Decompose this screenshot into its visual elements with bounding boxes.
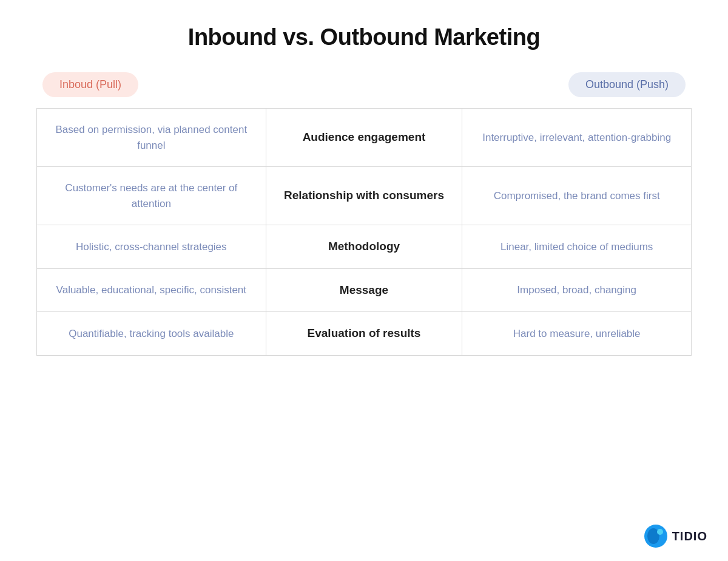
table-row: Valuable, educational, specific, consist… [37,268,692,312]
inbound-cell: Valuable, educational, specific, consist… [37,268,266,312]
inbound-cell: Holistic, cross-channel strategies [37,225,266,269]
center-cell: Methodology [266,225,462,269]
table-row: Holistic, cross-channel strategiesMethod… [37,225,692,269]
outbound-cell: Linear, limited choice of mediums [462,225,692,269]
center-cell: Message [266,268,462,312]
center-cell: Evaluation of results [266,312,462,356]
inbound-label: Inboud (Pull) [42,72,138,97]
outbound-cell: Hard to measure, unreliable [462,312,692,356]
outbound-cell: Compromised, the brand comes first [462,167,692,225]
tidio-logo-icon [644,525,667,548]
table-row: Customer's needs are at the center of at… [37,167,692,225]
tidio-logo: TIDIO [644,525,707,548]
labels-row: Inboud (Pull) Outbound (Push) [36,72,692,97]
inbound-cell: Customer's needs are at the center of at… [37,167,266,225]
center-cell: Audience engagement [266,109,462,167]
tidio-logo-text: TIDIO [672,529,707,543]
outbound-cell: Imposed, broad, changing [462,268,692,312]
table-row: Quantifiable, tracking tools availableEv… [37,312,692,356]
inbound-cell: Quantifiable, tracking tools available [37,312,266,356]
outbound-label: Outbound (Push) [568,72,686,97]
page-container: Inbound vs. Outbound Marketing Inboud (P… [0,0,728,561]
comparison-table: Based on permission, via planned content… [36,108,692,356]
page-title: Inbound vs. Outbound Marketing [188,24,540,50]
svg-point-2 [657,529,663,535]
outbound-cell: Interruptive, irrelevant, attention-grab… [462,109,692,167]
inbound-cell: Based on permission, via planned content… [37,109,266,167]
table-row: Based on permission, via planned content… [37,109,692,167]
center-cell: Relationship with consumers [266,167,462,225]
